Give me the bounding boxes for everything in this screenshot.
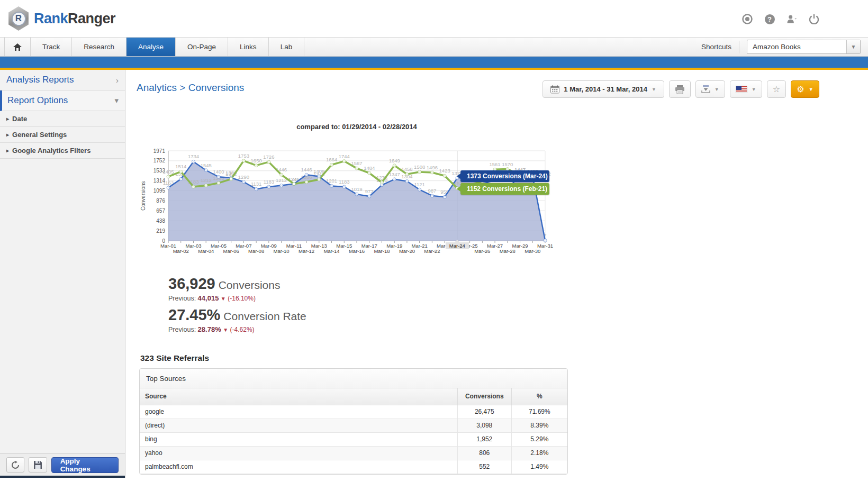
table-cell: 26,475 xyxy=(457,405,511,419)
sidebar: Analysis Reports›Report Options▾ ▸Date▸G… xyxy=(0,70,125,478)
sidebar-sections: Analysis Reports›Report Options▾ xyxy=(0,70,125,111)
chevron-icon: › xyxy=(116,76,119,85)
printer-icon xyxy=(675,85,685,94)
nav-tab-lab[interactable]: Lab xyxy=(269,38,305,56)
report-toolbar: 1 Mar, 2014 - 31 Mar, 2014 ▼ ▼ ▼ ☆ ⚙ ▼ xyxy=(542,80,819,98)
help-icon[interactable]: ? xyxy=(764,14,775,24)
sidebar-option-general-settings[interactable]: ▸General Settings xyxy=(0,127,125,143)
logo-letter: R xyxy=(12,12,26,26)
table-cell: 1,952 xyxy=(457,432,511,446)
svg-text:Mar-10: Mar-10 xyxy=(274,248,290,254)
calendar-icon xyxy=(550,85,559,94)
svg-text:1514: 1514 xyxy=(175,163,186,169)
chevron-down-icon: ▼ xyxy=(652,87,656,92)
svg-text:1752: 1752 xyxy=(153,158,166,163)
tooltip-previous: 1152 Conversions (Feb-21) xyxy=(460,183,549,195)
referrals-title: 323 Site Referrals xyxy=(140,353,209,363)
sidebar-section-analysis-reports[interactable]: Analysis Reports› xyxy=(0,70,125,90)
svg-text:1570: 1570 xyxy=(502,161,513,167)
sidebar-options: ▸Date▸General Settings▸Google Analytics … xyxy=(0,111,125,159)
save-button[interactable] xyxy=(29,457,47,472)
svg-text:1131: 1131 xyxy=(251,181,261,187)
refresh-button[interactable] xyxy=(6,457,24,472)
svg-text:Mar-08: Mar-08 xyxy=(248,248,264,254)
nav-tabs: TrackResearchAnalyseOn-PageLinksLab xyxy=(31,38,304,56)
chevron-down-icon: ▼ xyxy=(752,87,756,92)
svg-text:Mar-14: Mar-14 xyxy=(323,248,339,254)
svg-text:1649: 1649 xyxy=(389,158,400,163)
power-icon[interactable] xyxy=(809,14,819,24)
svg-text:Mar-12: Mar-12 xyxy=(299,248,314,254)
chevron-down-icon: ▼ xyxy=(715,87,719,92)
table-cell: 2.18% xyxy=(511,446,567,460)
table-row: bing1,9525.29% xyxy=(140,432,567,446)
nav-tab-analyse[interactable]: Analyse xyxy=(126,38,176,56)
triangle-right-icon: ▸ xyxy=(6,116,9,122)
nav-tab-track[interactable]: Track xyxy=(31,38,72,56)
tooltip-current: 1373 Conversions (Mar-24) xyxy=(460,170,549,182)
svg-text:1508: 1508 xyxy=(414,164,425,170)
svg-text:Mar-04: Mar-04 xyxy=(198,248,214,254)
svg-text:Mar-16: Mar-16 xyxy=(349,248,365,254)
brand-name: RankRanger xyxy=(34,11,115,27)
conversions-chart: 021943865787610951314153317521971Convers… xyxy=(137,142,555,257)
gold-band xyxy=(0,68,868,70)
svg-text:Mar-30: Mar-30 xyxy=(525,248,540,254)
date-range-button[interactable]: 1 Mar, 2014 - 31 Mar, 2014 ▼ xyxy=(542,80,664,98)
svg-text:1290: 1290 xyxy=(238,174,249,180)
column-header: Source xyxy=(140,388,457,405)
blue-band xyxy=(0,57,868,68)
nav-right: Shortcuts Amazon Books ▼ xyxy=(701,38,868,56)
previous-label: Previous: xyxy=(168,295,196,302)
previous-value: 44,015 xyxy=(198,294,219,302)
conversions-label: Conversions xyxy=(219,279,281,291)
svg-text:Mar-18: Mar-18 xyxy=(374,248,390,254)
globe-icon[interactable] xyxy=(742,14,753,24)
refresh-icon xyxy=(11,461,20,469)
apply-changes-button[interactable]: Apply Changes xyxy=(51,457,119,473)
svg-text:Mar-26: Mar-26 xyxy=(474,248,490,254)
svg-text:Mar-28: Mar-28 xyxy=(500,248,516,254)
svg-text:1971: 1971 xyxy=(153,148,166,154)
rate-previous: Previous: 28.78% ▼ (-4.62%) xyxy=(168,325,306,333)
chart-canvas[interactable]: 021943865787610951314153317521971Convers… xyxy=(137,142,555,257)
breadcrumb: Analytics > Conversions xyxy=(137,82,244,94)
down-arrow-icon: ▼ xyxy=(223,327,228,333)
app-header: R RankRanger ? xyxy=(0,0,868,37)
user-icon[interactable] xyxy=(786,14,797,24)
triangle-right-icon: ▸ xyxy=(6,148,9,153)
change-percent: (-4.62%) xyxy=(230,326,255,333)
print-button[interactable] xyxy=(669,80,691,98)
svg-text:1753: 1753 xyxy=(238,153,249,159)
table-cell: 71.69% xyxy=(511,405,567,419)
gear-icon: ⚙ xyxy=(797,84,804,94)
column-header: % xyxy=(511,388,567,405)
home-tab[interactable] xyxy=(4,38,31,56)
shortcuts-menu[interactable]: Shortcuts xyxy=(701,41,739,53)
table-cell: 552 xyxy=(457,460,511,474)
nav-tab-research[interactable]: Research xyxy=(72,38,126,56)
sidebar-section-report-options[interactable]: Report Options▾ xyxy=(0,90,125,111)
change-percent: (-16.10%) xyxy=(228,295,256,302)
svg-text:657: 657 xyxy=(156,208,165,214)
sidebar-option-date[interactable]: ▸Date xyxy=(0,111,125,127)
svg-text:1726: 1726 xyxy=(263,154,274,160)
table-cell: google xyxy=(140,405,457,419)
table-cell: 3,098 xyxy=(457,419,511,432)
export-button[interactable]: ▼ xyxy=(695,80,725,98)
svg-text:Mar-31: Mar-31 xyxy=(537,243,553,249)
account-select[interactable]: Amazon Books ▼ xyxy=(747,40,861,54)
page: R RankRanger ? TrackResearchAnalyseOn-Pa… xyxy=(0,0,868,500)
nav-tab-on-page[interactable]: On-Page xyxy=(176,38,228,56)
nav-tab-links[interactable]: Links xyxy=(228,38,269,56)
table-row: (direct)3,0988.39% xyxy=(140,419,567,432)
referrals-table: SourceConversions% google26,47571.69%(di… xyxy=(140,388,567,474)
language-button[interactable]: ▼ xyxy=(730,80,762,98)
us-flag-icon xyxy=(736,86,747,93)
sidebar-option-google-analytics-filters[interactable]: ▸Google Analytics Filters xyxy=(0,143,125,159)
svg-text:1561: 1561 xyxy=(489,161,500,167)
favorite-button[interactable]: ☆ xyxy=(767,80,786,98)
settings-button[interactable]: ⚙ ▼ xyxy=(791,80,819,98)
home-icon xyxy=(13,43,22,51)
svg-text:1744: 1744 xyxy=(339,153,350,159)
